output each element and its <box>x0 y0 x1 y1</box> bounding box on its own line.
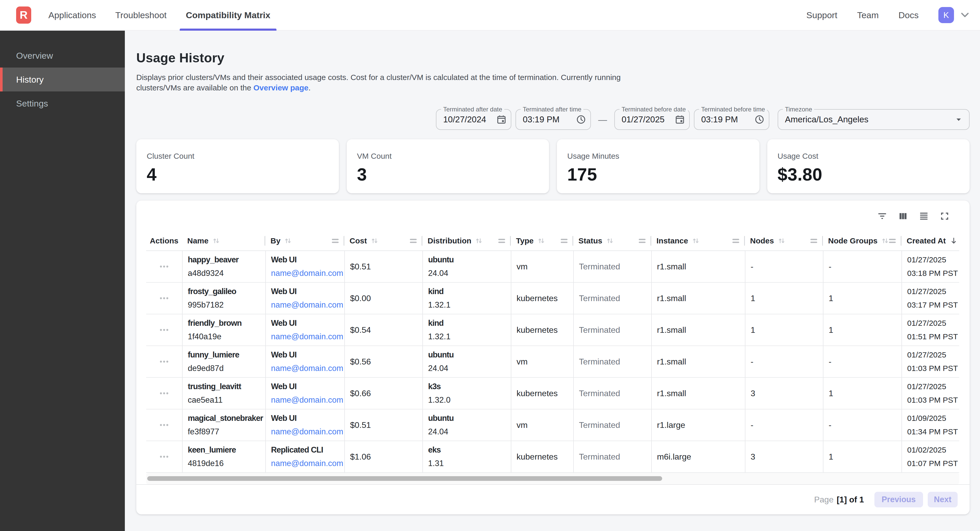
cost-value: $0.51 <box>350 420 371 430</box>
table-columns-button[interactable] <box>896 209 910 223</box>
timezone-select[interactable]: Timezone America/Los_Angeles <box>778 109 970 130</box>
table-row[interactable]: magical_stonebrakerfe3f8977 Web UIname@d… <box>146 409 959 441</box>
stat-label: Usage Minutes <box>567 152 749 160</box>
node-groups-value: 1 <box>829 325 833 335</box>
cluster-name: happy_beaver <box>188 253 239 266</box>
sidebar-item-label: Settings <box>16 98 48 109</box>
page-title: Usage History <box>136 51 970 65</box>
created-by-email-link[interactable]: name@domain.com <box>271 266 343 280</box>
cell-created-at: 01/27/202501:03 PM PST <box>902 378 959 409</box>
table-fullscreen-button[interactable] <box>937 209 952 223</box>
column-resize-handle-icon[interactable] <box>639 239 646 243</box>
page-description: Displays prior clusters/VMs and their as… <box>136 72 625 93</box>
cell-cost: $1.06 <box>344 441 422 472</box>
instance-value: r1.small <box>657 388 686 398</box>
cell-distribution: kind1.32.1 <box>422 283 511 314</box>
sidebar-item-settings[interactable]: Settings <box>0 92 125 115</box>
column-header-nodes[interactable]: Nodes <box>745 231 823 250</box>
filter-field-value: 03:19 PM <box>523 114 576 124</box>
row-actions-button[interactable] <box>146 251 182 282</box>
created-time: 01:03 PM PST <box>907 361 958 375</box>
horizontal-scrollbar-thumb[interactable] <box>147 476 662 481</box>
previous-page-button[interactable]: Previous <box>874 492 923 507</box>
sidebar-item-label: Overview <box>16 51 53 61</box>
stat-card: Cluster Count4 <box>136 139 339 193</box>
created-by-email-link[interactable]: name@domain.com <box>271 425 343 439</box>
cell-by: Web UIname@domain.com <box>265 409 344 441</box>
cell-type: vm <box>511 251 573 282</box>
sort-icon <box>777 236 786 245</box>
sort-icon <box>537 236 546 245</box>
sidebar-item-overview[interactable]: Overview <box>0 44 125 68</box>
topnav-item-troubleshoot[interactable]: Troubleshoot <box>109 0 173 30</box>
column-header-by[interactable]: By <box>265 231 344 250</box>
table-row[interactable]: funny_lumierede9ed87d Web UIname@domain.… <box>146 346 959 378</box>
column-resize-handle-icon[interactable] <box>561 239 568 243</box>
cell-status: Terminated <box>573 314 651 346</box>
column-header-name[interactable]: Name <box>182 231 265 250</box>
row-actions-button[interactable] <box>146 346 182 377</box>
row-actions-button[interactable] <box>146 378 182 409</box>
sidebar-item-history[interactable]: History <box>0 68 125 92</box>
row-actions-button[interactable] <box>146 441 182 472</box>
created-by-email-link[interactable]: name@domain.com <box>271 393 343 407</box>
table-row[interactable]: frosty_galileo995b7182 Web UIname@domain… <box>146 283 959 314</box>
created-date: 01/27/2025 <box>907 316 946 330</box>
table-row[interactable]: happy_beavera48d9324 Web UIname@domain.c… <box>146 251 959 283</box>
next-page-button[interactable]: Next <box>928 492 958 507</box>
row-actions-button[interactable] <box>146 283 182 314</box>
table-row[interactable]: trusting_leavittcae5ea11 Web UIname@doma… <box>146 378 959 409</box>
created-by-email-link[interactable]: name@domain.com <box>271 457 343 470</box>
user-menu-button[interactable] <box>959 10 970 21</box>
filter-field-1[interactable]: Terminated after time03:19 PM <box>515 109 591 130</box>
column-header-type[interactable]: Type <box>511 231 573 250</box>
table-header-row: Actions Name By Cost Distribution Type S… <box>146 231 959 251</box>
column-resize-handle-icon[interactable] <box>732 239 739 243</box>
distribution-version: 1.32.1 <box>428 298 450 312</box>
column-header-distribution[interactable]: Distribution <box>422 231 511 250</box>
topnav-item-compatibility-matrix[interactable]: Compatibility Matrix <box>180 0 277 30</box>
sort-icon <box>881 236 889 245</box>
page-description-period: . <box>309 83 310 92</box>
overview-page-link[interactable]: Overview page <box>253 83 309 92</box>
cell-instance: m6i.large <box>651 441 745 472</box>
filter-field-2[interactable]: Terminated before date01/27/2025 <box>614 109 690 130</box>
column-resize-handle-icon[interactable] <box>889 239 896 243</box>
type-value: vm <box>517 262 528 271</box>
cluster-name: trusting_leavitt <box>188 380 241 393</box>
cell-cost: $0.54 <box>344 314 422 346</box>
column-header-created-at[interactable]: Created At <box>902 231 959 250</box>
sort-icon <box>370 236 379 245</box>
column-header-instance[interactable]: Instance <box>651 231 745 250</box>
topnav-item-team[interactable]: Team <box>851 0 885 30</box>
column-header-node-groups[interactable]: Node Groups <box>823 231 902 250</box>
user-avatar[interactable]: K <box>939 7 954 23</box>
created-by-email-link[interactable]: name@domain.com <box>271 298 343 312</box>
table-filter-button[interactable] <box>875 209 889 223</box>
created-by-email-link[interactable]: name@domain.com <box>271 361 343 375</box>
column-header-cost[interactable]: Cost <box>344 231 422 250</box>
filter-field-0[interactable]: Terminated after date10/27/2024 <box>436 109 511 130</box>
filter-field-3[interactable]: Terminated before time03:19 PM <box>694 109 769 130</box>
app-logo[interactable]: R <box>16 6 31 24</box>
pagination-bar: Page [1] of 1 Previous Next <box>136 485 970 514</box>
cell-cost: $0.51 <box>344 409 422 441</box>
column-resize-handle-icon[interactable] <box>810 239 817 243</box>
table-row[interactable]: friendly_brown1f40a19e Web UIname@domain… <box>146 314 959 346</box>
row-actions-button[interactable] <box>146 314 182 346</box>
created-time: 01:07 PM PST <box>907 457 958 470</box>
table-row[interactable]: keen_lumiere4819de16 Replicated CLIname@… <box>146 441 959 473</box>
column-resize-handle-icon[interactable] <box>332 239 339 243</box>
column-header-status[interactable]: Status <box>573 231 651 250</box>
created-by-email-link[interactable]: name@domain.com <box>271 330 343 344</box>
column-resize-handle-icon[interactable] <box>410 239 417 243</box>
topnav-item-applications[interactable]: Applications <box>42 0 102 30</box>
topnav-item-docs[interactable]: Docs <box>892 0 925 30</box>
cost-value: $0.00 <box>350 293 371 303</box>
table-density-button[interactable] <box>916 209 931 223</box>
topnav-item-support[interactable]: Support <box>800 0 843 30</box>
status-value: Terminated <box>579 325 620 335</box>
column-resize-handle-icon[interactable] <box>498 239 505 243</box>
stat-value: 4 <box>147 164 328 184</box>
row-actions-button[interactable] <box>146 409 182 441</box>
